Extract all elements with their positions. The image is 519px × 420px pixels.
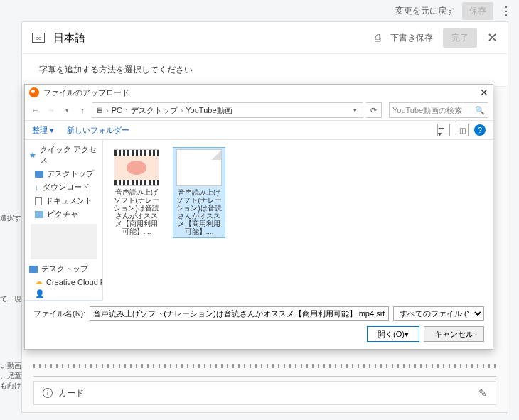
- view-mode-button[interactable]: ☰ ▾: [437, 124, 450, 136]
- firefox-icon: [29, 87, 39, 97]
- filename-input[interactable]: [90, 306, 389, 321]
- audio-waveform[interactable]: [33, 355, 496, 377]
- help-icon[interactable]: ?: [474, 124, 486, 136]
- done-button: 完了: [443, 28, 477, 48]
- nav-recent-icon[interactable]: ▾: [60, 104, 73, 117]
- draft-save-link[interactable]: 下書き保存: [390, 32, 433, 44]
- folder-search-input[interactable]: YouTube動画の検索 🔍: [389, 102, 488, 118]
- breadcrumb-dropdown-icon[interactable]: ▾: [351, 107, 360, 114]
- sidebar-item-desktop[interactable]: デスクトップ: [25, 167, 102, 181]
- info-icon: i: [43, 388, 53, 398]
- open-button[interactable]: 開く(O) ▾: [367, 326, 419, 342]
- cancel-button[interactable]: キャンセル: [424, 326, 484, 342]
- file-type-select[interactable]: すべてのファイル (*.*): [393, 306, 484, 321]
- nav-forward-icon: →: [45, 104, 58, 117]
- nav-up-icon[interactable]: ↑: [76, 104, 89, 117]
- bookmark-icon[interactable]: ⎙: [375, 32, 380, 43]
- dialog-title: ファイルのアップロード: [43, 87, 129, 98]
- video-thumbnail: [114, 149, 159, 186]
- card-row[interactable]: i カード ✎: [33, 381, 496, 405]
- save-button: 保存: [462, 2, 493, 20]
- edit-icon[interactable]: ✎: [478, 387, 487, 399]
- sidebar-item-pictures[interactable]: ピクチャ: [25, 208, 102, 221]
- breadcrumb-pc[interactable]: PC: [112, 106, 122, 114]
- preview-pane-button[interactable]: ◫: [456, 124, 469, 136]
- search-placeholder: YouTube動画の検索: [392, 105, 462, 116]
- filename-label: ファイル名(N):: [33, 308, 85, 319]
- organize-menu[interactable]: 整理 ▾: [32, 125, 54, 136]
- file-thumbnail: [176, 149, 222, 186]
- dialog-close-icon[interactable]: ✕: [480, 87, 488, 98]
- sidebar-quick-access[interactable]: ★クイック アクセス: [25, 143, 102, 167]
- subtitles-icon: cc: [32, 33, 45, 43]
- file-name: 音声読み上げソフト(ナレーション)は音読さんがオススメ【商用利用可能】....: [175, 189, 223, 236]
- truncated-left-text: 選択す て、現 い動画 、児童 も向け: [0, 213, 21, 391]
- breadcrumb-current[interactable]: YouTube動画: [186, 105, 232, 116]
- file-list[interactable]: 音声読み上げソフト(ナレーション)は音読さんがオススメ【商用利用可能】.... …: [103, 140, 493, 301]
- file-name: 音声読み上げソフト(ナレーション)は音読さんがオススメ【商用利用可能】....: [112, 189, 161, 236]
- sidebar-item-documents[interactable]: ドキュメント: [25, 194, 102, 208]
- sidebar-item-downloads[interactable]: ↓ダウンロード: [25, 181, 102, 194]
- search-icon: 🔍: [475, 106, 485, 115]
- breadcrumb-desktop[interactable]: デスクトップ: [131, 105, 178, 116]
- monitor-icon: 🖥: [95, 106, 103, 114]
- file-upload-dialog: ファイルのアップロード ✕ ← → ▾ ↑ 🖥 › PC › デスクトップ › …: [24, 84, 493, 350]
- sidebar-item-user[interactable]: 👤: [25, 288, 102, 300]
- panel-title: 日本語: [53, 31, 375, 45]
- more-menu-icon[interactable]: ⋮: [501, 4, 512, 18]
- file-item-srt[interactable]: 音声読み上げソフト(ナレーション)は音読さんがオススメ【商用利用可能】....: [173, 147, 225, 238]
- new-folder-button[interactable]: 新しいフォルダー: [67, 125, 129, 136]
- sidebar-item-ccf[interactable]: ☁Creative Cloud F: [25, 276, 102, 288]
- nav-back-icon[interactable]: ←: [29, 104, 42, 117]
- subtitle-method-prompt: 字幕を追加する方法を選択してください: [22, 54, 508, 87]
- sidebar-desktop-section[interactable]: デスクトップ: [25, 262, 102, 276]
- nav-sidebar: ★クイック アクセス デスクトップ ↓ダウンロード ドキュメント ピクチャ デス…: [25, 140, 103, 301]
- panel-close-icon[interactable]: ✕: [487, 30, 498, 45]
- breadcrumb[interactable]: 🖥 › PC › デスクトップ › YouTube動画 ▾: [92, 102, 363, 118]
- card-label: カード: [58, 387, 84, 399]
- refresh-icon[interactable]: ⟳: [366, 102, 382, 118]
- sidebar-preview-pane: [31, 224, 97, 259]
- file-item-video[interactable]: 音声読み上げソフト(ナレーション)は音読さんがオススメ【商用利用可能】....: [110, 147, 163, 238]
- undo-changes-link[interactable]: 変更を元に戻す: [395, 5, 455, 17]
